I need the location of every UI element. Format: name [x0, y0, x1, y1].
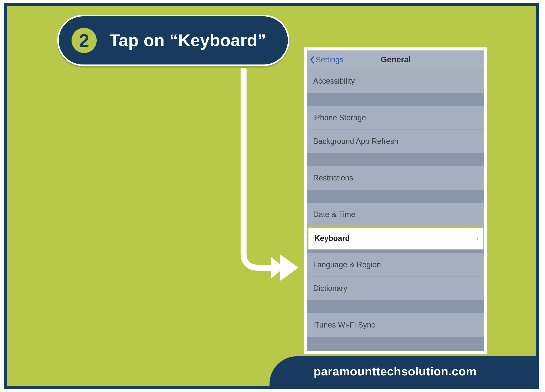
row-iphone-storage[interactable]: iPhone Storage ›	[307, 106, 484, 130]
row-label: Background App Refresh	[313, 137, 398, 146]
step-pill: 2 Tap on “Keyboard”	[57, 15, 289, 66]
step-number-badge: 2	[72, 28, 97, 53]
pointer-arrow	[220, 68, 301, 281]
row-label: Language & Region	[313, 260, 381, 269]
row-itunes-wifi-sync[interactable]: iTunes Wi-Fi Sync ›	[307, 313, 484, 337]
chevron-right-icon: ›	[476, 234, 478, 242]
row-label: Restrictions	[313, 173, 353, 182]
row-label: Accessibility	[313, 77, 355, 86]
chevron-right-icon: ›	[477, 321, 480, 329]
row-value: Off	[462, 174, 472, 182]
group-separator	[307, 93, 484, 106]
row-date-time[interactable]: Date & Time ›	[307, 202, 484, 227]
step-number: 2	[79, 30, 89, 51]
svg-marker-0	[280, 255, 298, 281]
step-title: Tap on “Keyboard”	[109, 31, 266, 50]
nav-back-button[interactable]: Settings	[307, 55, 343, 64]
row-dictionary[interactable]: Dictionary ›	[307, 276, 484, 300]
nav-back-label: Settings	[316, 55, 343, 64]
row-label: Date & Time	[313, 210, 355, 219]
phone-body: Accessibility › iPhone Storage › Backgro…	[307, 69, 484, 351]
row-label: Dictionary	[313, 284, 347, 293]
row-label: iTunes Wi-Fi Sync	[313, 320, 375, 330]
row-background-app-refresh[interactable]: Background App Refresh ›	[307, 129, 484, 153]
instruction-card: 2 Tap on “Keyboard” Settings General	[0, 0, 545, 392]
chevron-right-icon: ›	[477, 211, 480, 219]
group-separator	[307, 190, 484, 202]
phone-screenshot: Settings General Accessibility › iPhone …	[304, 48, 487, 354]
row-accessibility[interactable]: Accessibility ›	[307, 69, 484, 93]
footer-site: paramounttechsolution.com	[314, 364, 477, 378]
row-restrictions[interactable]: Restrictions Off ›	[307, 166, 484, 190]
phone-nav-bar: Settings General	[307, 50, 484, 69]
group-separator	[307, 250, 484, 253]
group-separator	[307, 153, 484, 166]
row-keyboard-highlighted[interactable]: Keyboard ›	[307, 227, 484, 250]
chevron-right-icon: ›	[477, 114, 480, 122]
row-language-region[interactable]: Language & Region ›	[307, 253, 484, 277]
chevron-right-icon: ›	[477, 174, 480, 182]
row-label: Keyboard	[315, 234, 350, 243]
row-label: iPhone Storage	[313, 113, 366, 122]
footer-ribbon: paramounttechsolution.com	[270, 356, 536, 386]
card-frame: 2 Tap on “Keyboard” Settings General	[4, 3, 539, 389]
chevron-right-icon: ›	[477, 285, 480, 292]
chevron-right-icon: ›	[477, 137, 480, 145]
group-separator	[307, 300, 484, 313]
chevron-right-icon: ›	[477, 261, 480, 269]
chevron-left-icon	[310, 56, 315, 64]
chevron-right-icon: ›	[477, 77, 480, 85]
